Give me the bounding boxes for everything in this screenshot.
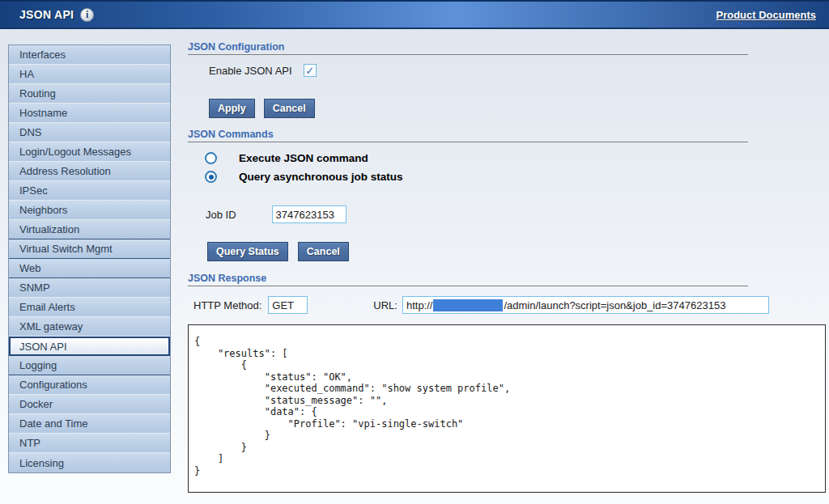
sidebar-item-login-logout-messages[interactable]: Login/Logout Messages [9, 142, 170, 162]
job-id-label: Job ID [206, 209, 236, 221]
sidebar-item-routing[interactable]: Routing [9, 84, 170, 104]
sidebar-item-licensing[interactable]: Licensing [9, 453, 170, 472]
sidebar-item-email-alerts[interactable]: Email Alerts [9, 298, 170, 317]
url-suffix: /admin/launch?script=json&job_id=3747623… [504, 299, 725, 311]
sidebar-item-docker[interactable]: Docker [9, 395, 170, 414]
query-job-status-radio-label[interactable]: Query asynchronous job status [239, 171, 403, 183]
redacted-host-block [433, 299, 503, 311]
sidebar-item-virtualization[interactable]: Virtualization [9, 220, 170, 239]
query-status-button[interactable]: Query Status [207, 242, 288, 261]
sidebar-item-snmp[interactable]: SNMP [9, 278, 170, 298]
job-id-input[interactable]: 3747623153 [272, 205, 346, 223]
main-content: JSON Configuration Enable JSON API ✓ App… [188, 36, 829, 504]
enable-json-api-label: Enable JSON API [209, 65, 292, 77]
sidebar-item-configurations[interactable]: Configurations [9, 375, 170, 395]
json-commands-title: JSON Commands [188, 129, 274, 140]
apply-button[interactable]: Apply [209, 99, 255, 118]
json-response-output[interactable]: { "results": [ { "status": "OK", "execut… [188, 324, 826, 493]
url-prefix: http:// [406, 299, 433, 311]
sidebar-nav: Interfaces HA Routing Hostname DNS Login… [8, 44, 171, 473]
product-documents-link[interactable]: Product Documents [716, 9, 816, 21]
sidebar-item-hostname[interactable]: Hostname [9, 104, 170, 123]
sidebar-item-ipsec[interactable]: IPSec [9, 181, 170, 201]
cancel-query-button[interactable]: Cancel [298, 242, 349, 261]
sidebar-item-virtual-switch-mgmt[interactable]: Virtual Switch Mgmt [9, 239, 170, 259]
sidebar-item-ha[interactable]: HA [9, 65, 170, 84]
sidebar-item-json-api[interactable]: JSON API [9, 337, 170, 356]
section-divider [188, 142, 748, 142]
sidebar-item-dns[interactable]: DNS [9, 123, 170, 142]
json-response-text: { "results": [ { "status": "OK", "execut… [194, 336, 825, 476]
sidebar-item-neighbors[interactable]: Neighbors [9, 201, 170, 220]
section-divider [188, 54, 748, 55]
execute-json-radio[interactable] [205, 152, 217, 164]
sidebar-item-xml-gateway[interactable]: XML gateway [9, 317, 170, 337]
url-input[interactable]: http:// /admin/launch?script=json&job_id… [402, 296, 769, 314]
json-configuration-title: JSON Configuration [188, 41, 284, 53]
sidebar-item-interfaces[interactable]: Interfaces [9, 45, 170, 65]
info-icon[interactable]: i [80, 8, 94, 22]
page-title: JSON API [19, 8, 74, 21]
url-label: URL: [373, 299, 397, 311]
sidebar-item-address-resolution[interactable]: Address Resolution [9, 162, 170, 181]
section-divider [188, 286, 748, 286]
check-icon: ✓ [305, 66, 314, 76]
execute-json-radio-label[interactable]: Execute JSON command [239, 152, 368, 164]
header-bar: JSON API i Product Documents [0, 0, 829, 29]
json-response-title: JSON Response [188, 273, 266, 284]
sidebar-item-web[interactable]: Web [9, 259, 170, 278]
sidebar-item-date-and-time[interactable]: Date and Time [9, 414, 170, 434]
query-job-status-radio[interactable] [205, 171, 217, 183]
http-method-input[interactable]: GET [268, 296, 308, 314]
http-method-label: HTTP Method: [193, 299, 261, 311]
sidebar-item-ntp[interactable]: NTP [9, 434, 170, 453]
sidebar-item-logging[interactable]: Logging [9, 356, 170, 375]
enable-json-checkbox[interactable]: ✓ [304, 64, 317, 77]
cancel-button[interactable]: Cancel [264, 99, 315, 118]
